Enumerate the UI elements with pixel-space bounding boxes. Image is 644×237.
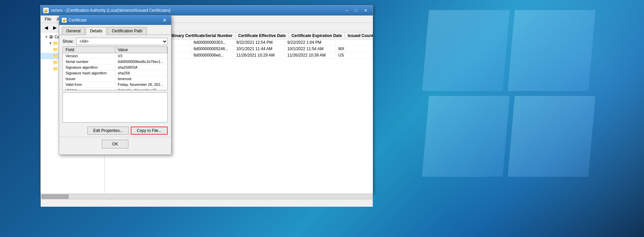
cell-serial-2: 6d000000005246... <box>191 46 234 52</box>
close-button[interactable]: ✕ <box>361 7 370 14</box>
field-row-valid-from[interactable]: Valid from Friday, November 26, 2021 10.… <box>63 82 167 88</box>
field-cell-sig-algo-value: sha256RSA <box>115 65 168 70</box>
field-cell-version-value: V3 <box>115 53 168 59</box>
field-row-valid-to[interactable]: Valid to Saturday, November 26, 2022... <box>63 88 167 90</box>
status-bar <box>41 199 373 207</box>
dialog-ok-row: OK <box>59 137 171 151</box>
field-row-version[interactable]: Version V3 <box>63 53 167 59</box>
maximize-button[interactable]: □ <box>352 7 361 14</box>
expand-icon-ca: ▼ <box>45 35 48 39</box>
col-header-expiration-date[interactable]: Certificate Expiration Date <box>289 32 345 39</box>
cell-serial-1: 6d00000000353... <box>191 39 234 45</box>
field-cell-valid-from-value: Friday, November 26, 2021 10... <box>115 82 168 87</box>
window-title: certsrv - [Certification Authority (Loca… <box>51 8 343 13</box>
field-cell-issuer-name: Issuer <box>63 76 115 81</box>
copy-to-file-button[interactable]: Copy to File... <box>131 127 168 135</box>
window-titlebar: 🔐 certsrv - [Certification Authority (Lo… <box>41 5 373 15</box>
windows-logo <box>426 10 594 178</box>
field-value-table: Field Value Version V3 Serial number 6d0… <box>63 46 168 90</box>
horizontal-scrollbar[interactable] <box>41 193 373 199</box>
win-logo-pane-tl <box>422 10 510 91</box>
dialog-title-text: Certificate <box>69 18 161 23</box>
cell-expiration-1: 9/22/2022 1:04 PM <box>285 39 336 45</box>
field-col-header-value: Value <box>115 47 168 53</box>
issued-certs-icon: 📁 <box>53 54 58 59</box>
show-row: Show: <All> Version 1 Fields Extensions … <box>59 35 171 46</box>
minimize-button[interactable]: ─ <box>343 7 351 14</box>
cell-effective-1: 9/22/2021 12:54 PM <box>234 39 285 45</box>
dialog-titlebar: 🔐 Certificate ✕ <box>59 15 171 25</box>
cell-expiration-2: 10/1/2022 11:54 AM <box>285 46 336 52</box>
field-cell-issuer-value: bmeroot <box>115 76 168 81</box>
cell-effective-2: 10/1/2021 11:44 AM <box>234 46 285 52</box>
tab-details[interactable]: Details <box>86 27 107 35</box>
dialog-tabs: General Details Certification Path <box>59 25 171 35</box>
field-row-serial[interactable]: Serial number 6d00000006ed6c1b76ec18af3.… <box>63 59 167 65</box>
show-label: Show: <box>63 39 74 44</box>
win-logo-pane-tr <box>508 10 596 91</box>
field-cell-sig-algo-name: Signature algorithm <box>63 65 115 70</box>
cell-country-1 <box>336 39 373 45</box>
toolbar-back-button[interactable]: ◀ <box>42 24 50 31</box>
ca-root-icon: 🖥 <box>49 34 53 39</box>
field-cell-sig-hash-name: Signature hash algorithm <box>63 70 115 76</box>
pending-requests-icon: 📁 <box>53 60 58 65</box>
ok-button[interactable]: OK <box>102 140 128 148</box>
cell-country-3: US <box>336 52 373 58</box>
col-header-effective-date[interactable]: Certificate Effective Date <box>236 32 289 39</box>
field-cell-sig-hash-value: sha256 <box>115 70 168 76</box>
win-logo-pane-br <box>508 96 596 177</box>
toolbar-forward-button[interactable]: ▶ <box>51 24 59 31</box>
cell-country-2: MX <box>336 46 373 52</box>
bmeroot-icon: 📁 <box>53 41 58 46</box>
failed-requests-icon: 📁 <box>53 66 58 71</box>
window-controls: ─ □ ✕ <box>343 7 370 14</box>
hscroll-track <box>41 194 372 199</box>
tab-general[interactable]: General <box>62 27 85 35</box>
field-row-sig-hash[interactable]: Signature hash algorithm sha256 <box>63 70 167 76</box>
field-row-sig-algo[interactable]: Signature algorithm sha256RSA <box>63 65 167 70</box>
cell-expiration-3: 11/26/2022 10:39 AM <box>285 52 336 58</box>
dialog-close-button[interactable]: ✕ <box>161 17 168 23</box>
field-cell-valid-to-value: Saturday, November 26, 2022... <box>115 88 168 90</box>
col-header-serial-number[interactable]: Serial Number <box>202 32 235 39</box>
menu-file[interactable]: File <box>42 16 54 22</box>
field-table-header: Field Value <box>63 47 167 53</box>
field-cell-version-name: Version <box>63 53 115 59</box>
field-cell-serial-name: Serial number <box>63 59 115 64</box>
cell-serial-3: 6d00000006ed... <box>191 52 234 58</box>
value-display-box <box>63 92 168 123</box>
dialog-action-buttons: Edit Properties... Copy to File... <box>59 125 171 137</box>
col-header-binary-cert[interactable]: Binary Certificate <box>169 32 202 39</box>
field-cell-serial-value: 6d00000006ed6c1b76ec18af3... <box>115 59 168 64</box>
field-cell-valid-from-name: Valid from <box>63 82 115 87</box>
expand-icon-bmeroot: ▼ <box>49 41 52 45</box>
field-col-header-field: Field <box>63 47 115 53</box>
show-select[interactable]: <All> Version 1 Fields Extensions Critic… <box>76 38 168 45</box>
tab-certification-path[interactable]: Certification Path <box>107 27 147 35</box>
edit-properties-button[interactable]: Edit Properties... <box>87 127 129 135</box>
field-cell-valid-to-name: Valid to <box>63 88 115 90</box>
dialog-title-icon: 🔐 <box>62 18 67 23</box>
certificate-dialog: 🔐 Certificate ✕ General Details Certific… <box>59 15 171 155</box>
revoked-certs-icon: 📁 <box>53 47 58 52</box>
hscroll-thumb[interactable] <box>42 195 69 199</box>
cell-effective-3: 11/26/2021 10:29 AM <box>234 52 285 58</box>
col-header-country[interactable]: Issued Country/Region <box>345 32 373 39</box>
win-logo-pane-bl <box>422 96 510 177</box>
window-title-icon: 🔐 <box>43 8 49 13</box>
field-row-issuer[interactable]: Issuer bmeroot <box>63 76 167 82</box>
